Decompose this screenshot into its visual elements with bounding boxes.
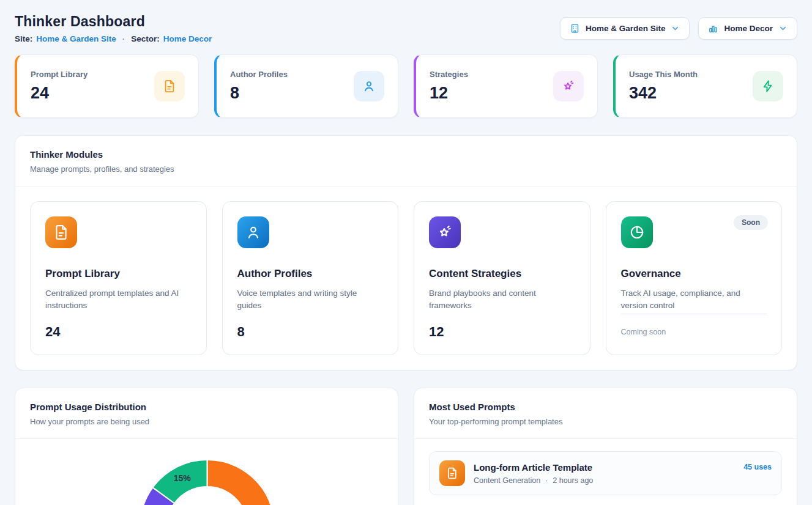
module-description: Centralized prompt templates and AI inst… bbox=[45, 287, 192, 312]
prompts-panel-title: Most Used Prompts bbox=[429, 402, 782, 412]
stat-value: 12 bbox=[430, 84, 468, 103]
module-title: Author Profiles bbox=[237, 268, 384, 280]
divider bbox=[621, 314, 767, 314]
modules-panel-subtitle: Manage prompts, profiles, and strategies bbox=[30, 164, 782, 174]
stat-card-author-profiles: Author Profiles 8 bbox=[214, 54, 398, 118]
usage-panel-header: Prompt Usage Distribution How your promp… bbox=[15, 388, 398, 438]
module-title: Prompt Library bbox=[45, 268, 192, 280]
modules-panel-header: Thinker Modules Manage prompts, profiles… bbox=[15, 136, 797, 186]
prompts-panel-subtitle: Your top-performing prompt templates bbox=[429, 417, 782, 426]
stats-row: Prompt Library 24 Author Profiles 8 Stra… bbox=[15, 54, 797, 118]
module-title: Governance bbox=[621, 268, 767, 280]
prompt-usage-panel: Prompt Usage Distribution How your promp… bbox=[15, 388, 398, 505]
module-count: 12 bbox=[429, 324, 444, 340]
stat-card-strategies: Strategies 12 bbox=[414, 54, 598, 118]
coming-soon-text: Coming soon bbox=[621, 328, 666, 336]
prompt-item-category: Content Generation bbox=[474, 476, 540, 485]
donut-segment-label: 15% bbox=[174, 473, 192, 483]
usage-panel-subtitle: How your prompts are being used bbox=[30, 417, 383, 426]
stat-text: Usage This Month 342 bbox=[629, 70, 698, 103]
building-icon bbox=[570, 23, 580, 34]
sector-link[interactable]: Home Decor bbox=[163, 34, 212, 43]
stat-label: Author Profiles bbox=[230, 70, 288, 79]
prompt-item-title: Long-form Article Template bbox=[474, 462, 735, 473]
soon-badge: Soon bbox=[734, 215, 768, 230]
chevron-down-icon bbox=[778, 24, 788, 33]
module-description: Track AI usage, compliance, and version … bbox=[621, 287, 767, 312]
module-card-author-profiles[interactable]: Author Profiles Voice templates and writ… bbox=[222, 201, 399, 355]
module-card-prompt-library[interactable]: Prompt Library Centralized prompt templa… bbox=[30, 201, 207, 355]
module-title: Content Strategies bbox=[429, 268, 575, 280]
most-used-prompts-panel: Most Used Prompts Your top-performing pr… bbox=[414, 388, 797, 505]
site-selector-dropdown[interactable]: Home & Garden Site bbox=[560, 17, 690, 40]
stat-text: Strategies 12 bbox=[430, 70, 468, 103]
stat-card-prompt-library: Prompt Library 24 bbox=[15, 54, 199, 118]
prompt-item-main: Long-form Article Template Content Gener… bbox=[474, 462, 735, 485]
prompts-panel-header: Most Used Prompts Your top-performing pr… bbox=[414, 388, 797, 438]
breadcrumb: Site: Home & Garden Site · Sector: Home … bbox=[15, 34, 212, 43]
site-selector-label: Home & Garden Site bbox=[586, 24, 666, 33]
site-link[interactable]: Home & Garden Site bbox=[36, 34, 116, 43]
sector-selector-dropdown[interactable]: Home Decor bbox=[698, 17, 797, 40]
page-header: Thinker Dashboard Site: Home & Garden Si… bbox=[15, 13, 797, 43]
module-count: 8 bbox=[237, 324, 245, 340]
prompt-list-item[interactable]: Long-form Article Template Content Gener… bbox=[429, 451, 782, 495]
stat-label: Usage This Month bbox=[629, 70, 698, 79]
chevron-down-icon bbox=[671, 24, 680, 33]
site-label: Site: bbox=[15, 34, 32, 43]
prompt-list: Long-form Article Template Content Gener… bbox=[414, 439, 797, 505]
stat-value: 8 bbox=[230, 84, 288, 103]
bottom-row: Prompt Usage Distribution How your promp… bbox=[15, 388, 797, 505]
star-sparkle-icon bbox=[429, 216, 461, 248]
sector-label: Sector: bbox=[131, 34, 160, 43]
user-icon bbox=[354, 71, 384, 101]
document-icon bbox=[439, 460, 465, 486]
module-description: Brand playbooks and content frameworks bbox=[429, 287, 575, 312]
stat-text: Prompt Library 24 bbox=[31, 70, 88, 103]
header-left: Thinker Dashboard Site: Home & Garden Si… bbox=[15, 13, 212, 43]
stat-card-usage: Usage This Month 342 bbox=[613, 54, 797, 118]
stat-value: 24 bbox=[31, 84, 88, 103]
module-count: 24 bbox=[45, 324, 60, 340]
pie-chart-icon bbox=[621, 216, 653, 248]
modules-grid: Prompt Library Centralized prompt templa… bbox=[30, 201, 782, 355]
page-title: Thinker Dashboard bbox=[15, 13, 212, 30]
prompt-item-time: 2 hours ago bbox=[553, 476, 593, 485]
thinker-modules-panel: Thinker Modules Manage prompts, profiles… bbox=[15, 135, 797, 370]
modules-panel-body: Prompt Library Centralized prompt templa… bbox=[15, 186, 797, 370]
document-icon bbox=[45, 216, 77, 248]
document-icon bbox=[154, 71, 185, 101]
dot-separator: · bbox=[545, 476, 548, 485]
donut-chart: 15% bbox=[15, 439, 398, 505]
module-description: Voice templates and writing style guides bbox=[237, 287, 384, 312]
sector-selector-label: Home Decor bbox=[724, 24, 773, 33]
stat-value: 342 bbox=[629, 84, 698, 103]
lightning-icon bbox=[753, 71, 783, 101]
dashboard-page: Thinker Dashboard Site: Home & Garden Si… bbox=[0, 0, 812, 505]
usage-panel-title: Prompt Usage Distribution bbox=[30, 402, 383, 412]
module-card-content-strategies[interactable]: Content Strategies Brand playbooks and c… bbox=[414, 201, 590, 355]
stat-label: Strategies bbox=[430, 70, 468, 79]
star-sparkle-icon bbox=[553, 71, 584, 101]
prompt-item-subtitle: Content Generation · 2 hours ago bbox=[474, 476, 735, 485]
donut-segment bbox=[207, 460, 275, 505]
bar-chart-icon bbox=[708, 23, 718, 34]
header-actions: Home & Garden Site Home Decor bbox=[560, 17, 797, 40]
donut-chart-svg: 15% bbox=[15, 439, 398, 505]
user-icon bbox=[237, 216, 269, 248]
breadcrumb-separator: · bbox=[120, 34, 128, 43]
prompt-item-uses-badge: 45 uses bbox=[743, 463, 772, 471]
module-card-governance: Soon Governance Track AI usage, complian… bbox=[606, 201, 783, 355]
stat-text: Author Profiles 8 bbox=[230, 70, 288, 103]
modules-panel-title: Thinker Modules bbox=[30, 149, 782, 160]
stat-label: Prompt Library bbox=[31, 70, 88, 79]
